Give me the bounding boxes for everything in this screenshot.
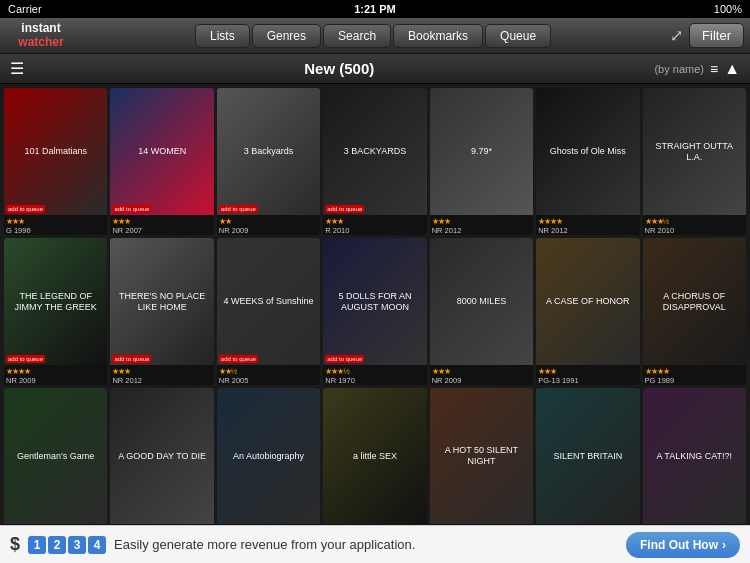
ad-text: Easily generate more revenue from your a… [114, 537, 618, 552]
poster-title: A TALKING CAT!?! [643, 388, 746, 524]
poster-title: 14 WOMEN [110, 88, 213, 215]
nav-right-controls: ⤢ Filter [670, 23, 744, 48]
battery-label: 100% [642, 3, 742, 15]
poster-title: 3 Backyards [217, 88, 320, 215]
movie-info: ★★★R 2010 [323, 215, 426, 235]
movie-info: ★★★½NR 2010 [643, 215, 746, 235]
movie-poster: 3 Backyardsadd to queue [217, 88, 320, 215]
nav-tab-bookmarks[interactable]: Bookmarks [393, 24, 483, 48]
find-out-label: Find Out How [640, 538, 718, 552]
movie-card[interactable]: THE LEGEND OF JIMMY THE GREEKadd to queu… [4, 238, 107, 385]
nav-tab-search[interactable]: Search [323, 24, 391, 48]
movie-info: ★★★NR 2012 [110, 365, 213, 385]
movie-card[interactable]: Gentleman's GameNR [4, 388, 107, 535]
nav-tab-queue[interactable]: Queue [485, 24, 551, 48]
ad-num-2: 2 [48, 536, 66, 554]
movie-stars: ★★★ [538, 367, 637, 376]
movie-poster: a little SEX [323, 388, 426, 524]
movie-card[interactable]: A CHORUS OF DISAPPROVAL★★★★PG 1989 [643, 238, 746, 385]
queue-badge: add to queue [325, 205, 364, 213]
poster-title: An Autobiography [217, 388, 320, 524]
movie-poster: 14 WOMENadd to queue [110, 88, 213, 215]
movie-info: ★★NR 2009 [217, 215, 320, 235]
movie-poster: A HOT 50 SILENT NIGHT [430, 388, 533, 524]
find-out-arrow: › [722, 538, 726, 552]
sort-icon[interactable]: ≡ [710, 61, 718, 77]
movie-stars: ★★★★ [6, 367, 105, 376]
movie-info: ★★★★PG 1989 [643, 365, 746, 385]
poster-title: a little SEX [323, 388, 426, 524]
movie-info: ★★★PG-13 1991 [536, 365, 639, 385]
movie-rating-year: NR 2009 [219, 226, 318, 235]
movie-card[interactable]: 5 DOLLS FOR AN AUGUST MOONadd to queue★★… [323, 238, 426, 385]
movie-rating-year: NR 2009 [432, 376, 531, 385]
poster-title: THERE'S NO PLACE LIKE HOME [110, 238, 213, 365]
logo-instant: instant [6, 22, 76, 35]
toolbar-right: (by name) ≡ ▲ [654, 60, 740, 78]
nav-tab-genres[interactable]: Genres [252, 24, 321, 48]
movie-info: ★★½NR 2005 [217, 365, 320, 385]
logo-watcher: watcher [6, 36, 76, 49]
movie-stars: ★★½ [219, 367, 318, 376]
queue-badge: add to queue [325, 355, 364, 363]
poster-title: 4 WEEKS of Sunshine [217, 238, 320, 365]
movie-card[interactable]: 4 WEEKS of Sunshineadd to queue★★½NR 200… [217, 238, 320, 385]
movie-card[interactable]: A CASE OF HONOR★★★PG-13 1991 [536, 238, 639, 385]
expand-icon[interactable]: ⤢ [670, 26, 683, 45]
movie-card[interactable]: 8000 MILES★★★NR 2009 [430, 238, 533, 385]
queue-badge: add to queue [112, 205, 151, 213]
movie-card[interactable]: a little SEXNR [323, 388, 426, 535]
poster-title: A HOT 50 SILENT NIGHT [430, 388, 533, 524]
movie-poster: Ghosts of Ole Miss [536, 88, 639, 215]
movie-card[interactable]: THERE'S NO PLACE LIKE HOMEadd to queue★★… [110, 238, 213, 385]
movie-card[interactable]: 14 WOMENadd to queue★★★NR 2007 [110, 88, 213, 235]
poster-title: 9.79* [430, 88, 533, 215]
movie-card[interactable]: 3 Backyardsadd to queue★★NR 2009 [217, 88, 320, 235]
menu-icon[interactable]: ☰ [10, 59, 24, 78]
movie-card[interactable]: STRAIGHT OUTTA L.A.★★★½NR 2010 [643, 88, 746, 235]
toolbar: ☰ New (500) (by name) ≡ ▲ [0, 54, 750, 84]
movie-card[interactable]: A GOOD DAY TO DIENR [110, 388, 213, 535]
movie-rating-year: NR 2009 [6, 376, 105, 385]
poster-title: A GOOD DAY TO DIE [110, 388, 213, 524]
movie-rating-year: PG-13 1991 [538, 376, 637, 385]
movie-rating-year: NR 1970 [325, 376, 424, 385]
poster-title: THE LEGEND OF JIMMY THE GREEK [4, 238, 107, 365]
movie-rating-year: NR 2007 [112, 226, 211, 235]
nav-tab-lists[interactable]: Lists [195, 24, 250, 48]
movie-poster: SILENT BRITAIN [536, 388, 639, 524]
movie-card[interactable]: SILENT BRITAINNR [536, 388, 639, 535]
poster-title: SILENT BRITAIN [536, 388, 639, 524]
movie-rating-year: NR 2012 [112, 376, 211, 385]
scroll-up-icon[interactable]: ▲ [724, 60, 740, 78]
movie-card[interactable]: An AutobiographyNR [217, 388, 320, 535]
movie-card[interactable]: A TALKING CAT!?!NR [643, 388, 746, 535]
movie-grid: 101 Dalmatiansadd to queue★★★G 199614 WO… [0, 84, 750, 539]
sort-label: (by name) [654, 63, 704, 75]
queue-badge: add to queue [6, 205, 45, 213]
movie-stars: ★★★ [6, 217, 105, 226]
movie-stars: ★★★ [432, 367, 531, 376]
status-bar: Carrier 1:21 PM 100% [0, 0, 750, 18]
page-title: New (500) [24, 60, 654, 77]
movie-poster: Gentleman's Game [4, 388, 107, 524]
movie-rating-year: NR 2010 [645, 226, 744, 235]
nav-tabs: ListsGenresSearchBookmarksQueue [76, 24, 670, 48]
movie-poster: An Autobiography [217, 388, 320, 524]
movie-poster: 4 WEEKS of Sunshineadd to queue [217, 238, 320, 365]
movie-card[interactable]: Ghosts of Ole Miss★★★★NR 2012 [536, 88, 639, 235]
movie-card[interactable]: 101 Dalmatiansadd to queue★★★G 1996 [4, 88, 107, 235]
queue-badge: add to queue [219, 205, 258, 213]
movie-rating-year: NR 2012 [432, 226, 531, 235]
movie-info: ★★★NR 2009 [430, 365, 533, 385]
movie-poster: 9.79* [430, 88, 533, 215]
filter-button[interactable]: Filter [689, 23, 744, 48]
find-out-how-button[interactable]: Find Out How › [626, 532, 740, 558]
movie-card[interactable]: A HOT 50 SILENT NIGHTNR [430, 388, 533, 535]
movie-info: ★★★★NR 2012 [536, 215, 639, 235]
movie-card[interactable]: 3 BACKYARDSadd to queue★★★R 2010 [323, 88, 426, 235]
movie-poster: A CASE OF HONOR [536, 238, 639, 365]
movie-stars: ★★★½ [325, 367, 424, 376]
movie-stars: ★★★★ [538, 217, 637, 226]
movie-card[interactable]: 9.79*★★★NR 2012 [430, 88, 533, 235]
